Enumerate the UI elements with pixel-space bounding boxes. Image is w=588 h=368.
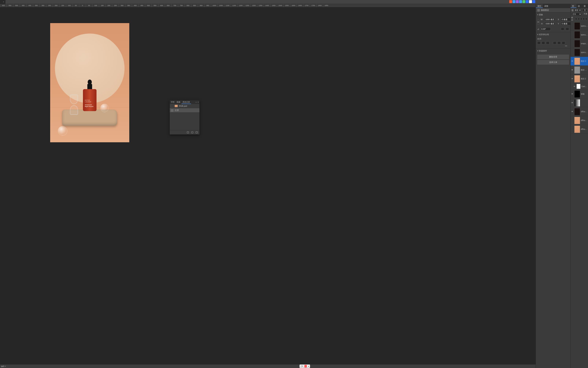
close-icon[interactable]: × bbox=[198, 100, 199, 104]
layer-name[interactable]: 图层 2 拷 bbox=[581, 69, 588, 71]
history-step[interactable]: 打开 bbox=[170, 108, 199, 113]
history-snapshot-row[interactable]: RGB.psd bbox=[170, 104, 199, 108]
tab-properties[interactable]: 属性 bbox=[536, 4, 543, 8]
layer-thumbnail[interactable] bbox=[574, 66, 580, 74]
layer-name[interactable]: specular_al bbox=[581, 51, 588, 53]
layer-name[interactable]: 图层 3 bbox=[581, 60, 588, 63]
height-input[interactable] bbox=[544, 22, 555, 25]
layer-thumbnail[interactable] bbox=[574, 126, 580, 133]
layer-thumbnail[interactable] bbox=[574, 117, 580, 124]
layer-item[interactable]: specular_in bbox=[570, 22, 588, 30]
layer-item[interactable]: 👁图层 2 拷 bbox=[570, 66, 588, 74]
document-tab[interactable]: × bbox=[0, 0, 6, 4]
lock-position-icon[interactable] bbox=[580, 18, 582, 20]
link-wh-icon[interactable]: ⚯ bbox=[537, 19, 539, 25]
visibility-toggle-icon[interactable]: 👁 bbox=[573, 85, 576, 87]
visibility-toggle-icon[interactable]: 👁 bbox=[571, 110, 573, 113]
align-left-icon[interactable] bbox=[537, 41, 541, 44]
layer-thumbnail[interactable] bbox=[574, 99, 580, 107]
layer-thumbnail[interactable] bbox=[577, 84, 580, 89]
align-top-icon[interactable] bbox=[553, 41, 556, 44]
section-align-title[interactable]: 对齐并分布 bbox=[536, 32, 570, 37]
layers-list[interactable]: specular_inspecular_disnapshot 0specular… bbox=[570, 22, 588, 368]
visibility-toggle-icon[interactable]: 👁 bbox=[571, 93, 573, 95]
layer-item[interactable]: 👁Camera Raw bbox=[570, 83, 588, 90]
y-input[interactable] bbox=[561, 22, 571, 25]
layer-item[interactable]: 👁图层 2 bbox=[570, 74, 588, 83]
ime-indicator[interactable]: CH ▾ bbox=[299, 365, 310, 368]
select-subject-button[interactable]: 选择主体 bbox=[537, 60, 569, 64]
canvas-stage[interactable]: ESTEE LAUDER Advanced Night Repair 字符 段落… bbox=[0, 7, 536, 364]
layer-name[interactable]: 智能 bbox=[581, 93, 588, 95]
layer-thumbnail[interactable] bbox=[574, 31, 580, 38]
delete-state-icon[interactable] bbox=[195, 131, 198, 134]
blend-mode-select[interactable]: 正常 bbox=[571, 13, 582, 16]
layer-thumbnail[interactable] bbox=[574, 108, 580, 115]
lock-artboard-icon[interactable] bbox=[583, 18, 585, 20]
visibility-toggle-icon[interactable]: 👁 bbox=[571, 102, 573, 104]
remove-background-button[interactable]: 删除背景 bbox=[537, 55, 569, 59]
tab-channels[interactable]: 路径 bbox=[577, 4, 582, 8]
layer-name[interactable]: specular_in bbox=[581, 25, 588, 27]
section-transform-title[interactable]: 变换 bbox=[536, 12, 570, 17]
layer-thumbnail[interactable] bbox=[574, 40, 580, 47]
layer-name[interactable]: diffuse_dir bbox=[581, 119, 588, 121]
width-input[interactable] bbox=[544, 18, 555, 21]
layer-item[interactable]: 👁图层 3 bbox=[570, 57, 588, 66]
visibility-toggle-icon[interactable]: 👁 bbox=[571, 69, 573, 71]
layer-item[interactable]: specular_di bbox=[570, 30, 588, 39]
align-bottom-icon[interactable] bbox=[562, 41, 565, 44]
new-doc-from-state-icon[interactable] bbox=[187, 131, 189, 134]
angle-input[interactable] bbox=[540, 27, 551, 31]
layer-item[interactable]: 👁智能 bbox=[570, 90, 588, 99]
chevron-down-icon[interactable]: ▾ bbox=[308, 365, 309, 367]
layer-filter-select[interactable]: 类型 bbox=[573, 9, 582, 12]
layer-item[interactable]: diffuse_dir bbox=[570, 116, 588, 125]
layer-item[interactable]: specular_al bbox=[570, 48, 588, 57]
ext-icon bbox=[513, 0, 516, 3]
layer-name[interactable]: diffuse_alb bbox=[581, 128, 588, 130]
lock-image-icon[interactable] bbox=[578, 18, 580, 20]
close-icon[interactable]: × bbox=[3, 1, 4, 3]
layer-name[interactable]: specular_di bbox=[581, 34, 588, 36]
more-options-icon[interactable]: ••• bbox=[537, 45, 569, 47]
layer-thumbnail[interactable] bbox=[574, 49, 580, 56]
layer-item[interactable]: 👁diffuse_ind bbox=[570, 107, 588, 116]
layer-name[interactable]: 图层 2 bbox=[581, 78, 588, 80]
history-brush-icon[interactable] bbox=[171, 105, 173, 107]
history-panel[interactable]: 字符 段落 历史记录 — × RGB.psd bbox=[170, 100, 200, 135]
layer-item[interactable]: snapshot 0 bbox=[570, 39, 588, 48]
artwork-canvas[interactable]: ESTEE LAUDER Advanced Night Repair bbox=[50, 23, 129, 142]
tab-character[interactable]: 字符 bbox=[170, 100, 176, 104]
lock-transparent-icon[interactable] bbox=[575, 18, 577, 20]
layer-name[interactable]: diffuse_ind bbox=[581, 110, 588, 113]
align-hcenter-icon[interactable] bbox=[542, 41, 545, 44]
status-left[interactable]: ppi) > bbox=[1, 365, 6, 367]
visibility-toggle-icon[interactable]: 👁 bbox=[571, 60, 573, 62]
align-vcenter-icon[interactable] bbox=[557, 41, 561, 44]
align-right-icon[interactable] bbox=[546, 41, 549, 44]
new-snapshot-icon[interactable] bbox=[191, 131, 193, 134]
filter-adjust-icon[interactable] bbox=[585, 9, 587, 11]
tab-adjustments[interactable]: 调整 bbox=[543, 4, 550, 8]
layer-thumbnail[interactable] bbox=[574, 58, 580, 65]
filter-image-icon[interactable] bbox=[582, 9, 584, 11]
layer-name[interactable]: snapshot 0 bbox=[581, 43, 588, 45]
lock-all-icon[interactable] bbox=[585, 18, 587, 20]
layer-thumbnail[interactable] bbox=[574, 90, 580, 98]
layer-item[interactable]: diffuse_alb bbox=[570, 125, 588, 134]
visibility-toggle-icon[interactable]: 👁 bbox=[571, 78, 573, 80]
flip-vertical-icon[interactable] bbox=[566, 28, 569, 30]
x-input[interactable] bbox=[561, 18, 571, 21]
tab-history[interactable]: 历史记录 bbox=[182, 100, 191, 104]
tab-paths[interactable]: 通道 bbox=[582, 4, 588, 8]
layer-item[interactable]: 👁 bbox=[570, 99, 588, 107]
tab-layers[interactable]: 图层 bbox=[570, 4, 577, 8]
collapse-icon[interactable]: — bbox=[195, 100, 197, 104]
layer-name[interactable]: Camera Raw bbox=[581, 85, 588, 87]
flip-horizontal-icon[interactable] bbox=[561, 28, 564, 30]
layer-thumbnail[interactable] bbox=[574, 22, 580, 30]
layer-thumbnail[interactable] bbox=[574, 75, 580, 83]
tab-paragraph[interactable]: 段落 bbox=[176, 100, 182, 104]
section-quick-title[interactable]: 快速操作 bbox=[536, 49, 570, 53]
